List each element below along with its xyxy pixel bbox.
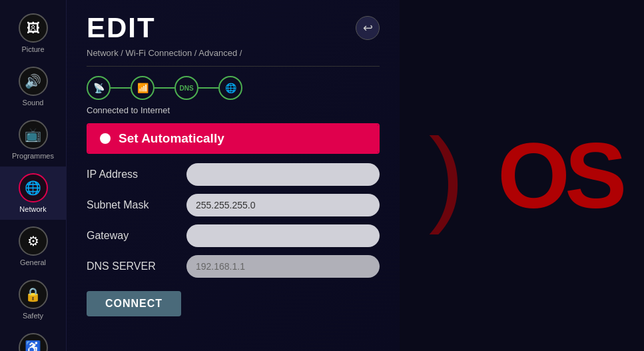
subnet-mask-label: Subnet Mask [87,199,180,211]
subnet-mask-input[interactable] [186,194,380,216]
page-header: EDIT ↩ [87,12,380,44]
sidebar-item-label: General [20,258,46,266]
sidebar-item-programmes[interactable]: 📺 Programmes [0,113,66,167]
connection-steps: 📡 📶 DNS 🌐 [87,76,380,100]
sidebar-item-sound[interactable]: 🔊 Sound [0,60,66,113]
gateway-row: Gateway [87,224,380,247]
sidebar: 🖼 Picture 🔊 Sound 📺 Programmes 🌐 Network… [0,0,67,351]
set-automatically-button[interactable]: Set Automatically [88,125,378,153]
ip-address-label: IP Address [87,169,180,180]
step-1-icon: 📡 [87,76,111,100]
sidebar-item-general[interactable]: ⚙ General [0,220,66,273]
connect-button[interactable]: CONNECT [87,291,181,316]
dns-server-input[interactable] [186,255,380,278]
divider [87,66,380,67]
step-4-icon: 🌐 [218,76,242,100]
paren-decoration: ) [429,115,464,237]
dns-server-label: DNS SERVER [87,260,180,272]
sidebar-item-safety[interactable]: 🔒 Safety [0,273,66,326]
step-2-icon: 📶 [131,76,155,100]
os-logo: OS [497,122,621,230]
step-line-1 [111,87,131,89]
sidebar-item-label: Sound [23,99,44,107]
programmes-icon: 📺 [19,120,48,149]
main-content: EDIT ↩ Network / Wi-Fi Connection / Adva… [67,0,400,351]
back-button[interactable]: ↩ [356,16,380,40]
ip-address-input[interactable] [186,163,380,186]
right-decoration: ) OS [400,0,644,351]
set-automatically-label: Set Automatically [119,131,224,146]
set-automatically-row: Set Automatically [87,123,380,154]
sidebar-item-picture[interactable]: 🖼 Picture [0,7,66,60]
page-title: EDIT [87,12,156,44]
picture-icon: 🖼 [19,13,48,43]
ip-address-row: IP Address [87,163,380,186]
sidebar-item-label: Network [19,205,46,213]
network-icon: 🌐 [19,173,48,202]
sidebar-item-network[interactable]: 🌐 Network [0,167,66,220]
step-line-2 [155,87,174,89]
gateway-input[interactable] [186,224,380,247]
radio-dot [100,133,111,144]
general-icon: ⚙ [19,226,48,256]
accessibility-icon: ♿ [19,333,48,351]
step-line-3 [198,87,218,89]
sound-icon: 🔊 [19,67,48,96]
sidebar-item-label: Safety [23,312,43,320]
gateway-label: Gateway [87,230,180,242]
sidebar-item-label: Programmes [12,152,54,160]
sidebar-item-label: Picture [21,45,44,53]
step-3-icon: DNS [174,76,198,100]
dns-server-row: DNS SERVER [87,255,380,278]
subnet-mask-row: Subnet Mask [87,194,380,216]
breadcrumb: Network / Wi-Fi Connection / Advanced / [87,48,380,58]
sidebar-item-accessibility[interactable]: ♿ Accessibility [0,326,66,351]
safety-icon: 🔒 [19,280,48,309]
connected-text: Connected to Internet [87,105,380,115]
